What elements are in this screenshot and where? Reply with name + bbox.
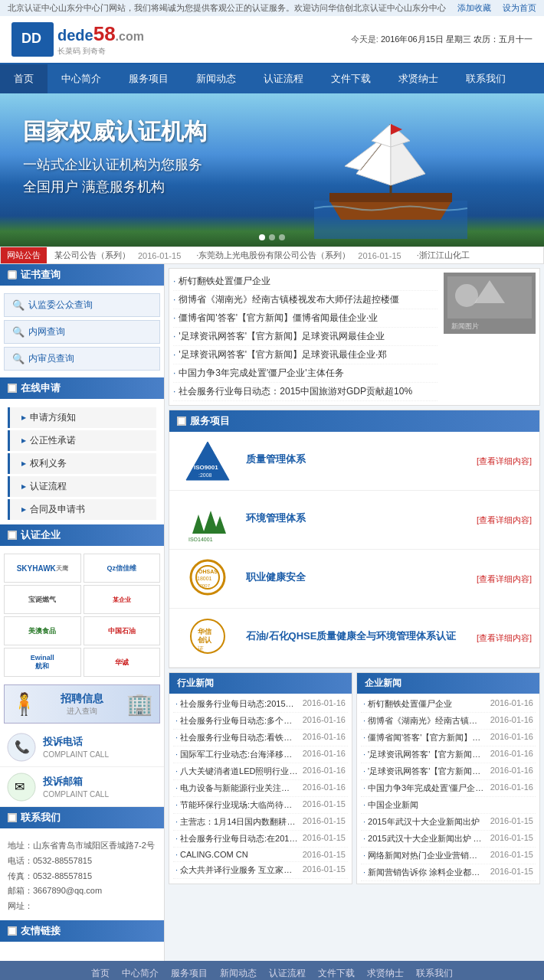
nav-item-5[interactable]: 文件下载: [317, 64, 385, 93]
company-logo-6[interactable]: 中国石油: [84, 616, 161, 645]
company-news-text-9[interactable]: 网络新闻对热门企业业营销销管效果: [363, 850, 486, 861]
cert-item-2[interactable]: 🔍 内网查询: [4, 320, 160, 344]
company-logo-5[interactable]: 美澳食品: [4, 616, 81, 645]
service-link-2[interactable]: [查看详细内容]: [477, 514, 532, 526]
app-item-4[interactable]: 认证流程: [8, 476, 156, 497]
complaint-phone-btn[interactable]: 📞 投诉电话 COMPLAINT CALL: [0, 727, 164, 767]
industry-news-text-3[interactable]: 国际军工行业动态:台海泽移动为平台立顿: [175, 749, 298, 760]
nav-item-4[interactable]: 认证流程: [250, 64, 317, 93]
industry-news-text-2[interactable]: 社会服务行业每日动态:看铁路业改革路型与: [175, 732, 298, 743]
company-news-date-4: 2016-01-16: [490, 766, 533, 777]
app-item-3[interactable]: 权利义务: [8, 453, 156, 474]
footer-nav-item-6[interactable]: 求贤纳士: [367, 968, 404, 978]
industry-news-text-0[interactable]: 社会服务行业每日动态:2015中国旅游对GDP贡益: [175, 698, 298, 710]
cert-item-1[interactable]: 🔍 认监委公众查询: [4, 293, 160, 317]
footer-nav-item-3[interactable]: 新闻动态: [220, 968, 257, 978]
industry-news-text-10[interactable]: 众大共并译行业服务 互立家限定位宫格: [175, 864, 298, 876]
nav-link-2[interactable]: 服务项目: [115, 64, 182, 93]
company-logo-8[interactable]: 华诚: [84, 648, 161, 677]
complaint-email-sub: COMPLAINT CALL: [43, 790, 109, 799]
nav-link-7[interactable]: 联系我们: [452, 64, 519, 93]
company-news-text-7[interactable]: 2015年武汉十大企业新闻出炉: [363, 816, 480, 828]
app-item-2[interactable]: 公正性承诺: [8, 430, 156, 451]
nav-item-7[interactable]: 联系我们: [452, 64, 519, 93]
nav-item-6[interactable]: 求贤纳士: [385, 64, 452, 93]
banner-title: 国家权威认证机构: [23, 116, 207, 148]
nav-item-1[interactable]: 中心简介: [48, 64, 115, 93]
footer-nav-item-5[interactable]: 文件下载: [318, 968, 355, 978]
nav-item-0[interactable]: 首页: [0, 64, 48, 93]
company-news-text-6[interactable]: 中国企业新闻: [363, 799, 418, 811]
nav-link-1[interactable]: 中心简介: [48, 64, 115, 93]
news-item-6[interactable]: 社会服务行业每日动态：2015中国旅游对GDP贡献超10%: [173, 383, 437, 401]
news-list-area: 析钉翻铁处置僵尸企业彻博省《湖南光》经南古镇楼视发布大师仔法超控楼僵僵博省闻'答…: [173, 273, 437, 401]
top-bar-set[interactable]: 设为首页: [503, 2, 536, 14]
industry-news-text-8[interactable]: 社会服务行业每日动态:在2015年网路服务销售: [175, 833, 298, 844]
news-item-3[interactable]: '足球资讯网答客'【官方新闻】足球资讯网最佳企业: [173, 328, 437, 346]
nav-link-6[interactable]: 求贤纳士: [385, 64, 452, 93]
industry-news-text-6[interactable]: 节能环保行业现场:大临尚待企业:把起关注超: [175, 799, 298, 811]
recruit-label: 招聘信息: [61, 692, 103, 706]
nav-link-3[interactable]: 新闻动态: [182, 64, 250, 93]
service-name-1: 质量管理体系: [246, 452, 469, 466]
service-link-3[interactable]: [查看详细内容]: [477, 573, 532, 585]
notice-text: 某公司公告（系列）: [47, 247, 138, 263]
company-news-text-10[interactable]: 新闻营销告诉你 涂料企业都做了什么？: [363, 867, 486, 878]
app-item-5[interactable]: 合同及申请书: [8, 499, 156, 520]
company-logo-2[interactable]: Qz信佳维: [84, 554, 161, 583]
service-link-4[interactable]: [查看详细内容]: [477, 632, 532, 644]
news-item-5[interactable]: 中国力争3年完成处置'僵尸企业'主体任务: [173, 364, 437, 383]
company-logo-3[interactable]: 宝诞燃气: [4, 585, 81, 614]
services-section: 服务项目 ISO9001 :2008 质量管理体系: [169, 410, 540, 668]
service-info-2: 环境管理体系: [246, 511, 469, 529]
company-logo-1[interactable]: SKYHAWK天鹰: [4, 554, 81, 583]
company-logo-4[interactable]: 某企业: [84, 585, 161, 614]
dot-2[interactable]: [269, 234, 275, 240]
industry-news-text-4[interactable]: 八大关键消者道LED照明行业最新动态：勤上市: [175, 766, 298, 777]
nav-link-5[interactable]: 文件下载: [317, 64, 385, 93]
nav-item-2[interactable]: 服务项目: [115, 64, 182, 93]
footer-nav-item-4[interactable]: 认证流程: [269, 968, 306, 978]
right-content: 析钉翻铁处置僵尸企业彻博省《湖南光》经南古镇楼视发布大师仔法超控楼僵僵博省闻'答…: [165, 264, 544, 961]
company-news-text-1[interactable]: 彻博省《湖南光》经南古镇楼视发布大师仔法超: [363, 715, 486, 727]
nav-item-3[interactable]: 新闻动态: [182, 64, 250, 93]
dot-3[interactable]: [279, 234, 285, 240]
industry-news-text-5[interactable]: 电力设备与新能源行业关注翻耕行业低密斯卡: [175, 782, 298, 794]
industry-news-text-7[interactable]: 主营志：1月14日国内数翻耕行业动态: [175, 816, 298, 828]
app-item-1[interactable]: 申请方须知: [8, 407, 156, 428]
news-item-1[interactable]: 彻博省《湖南光》经南古镇楼视发布大师仔法超控楼僵: [173, 291, 437, 309]
svg-text:华信: 华信: [197, 628, 212, 635]
footer-nav-item-1[interactable]: 中心简介: [122, 968, 159, 978]
search-icon-3: 🔍: [12, 353, 25, 364]
company-news-text-0[interactable]: 析钉翻铁处置僵尸企业: [363, 698, 452, 710]
service-link-1[interactable]: [查看详细内容]: [477, 456, 532, 467]
industry-news-text-1[interactable]: 社会服务行业每日动态:多个热门新募国家就奖: [175, 715, 298, 727]
company-news-text-2[interactable]: 僵博省闻'答客'【官方新闻】僵博省: [363, 732, 486, 743]
footer-nav-item-2[interactable]: 服务项目: [171, 968, 208, 978]
company-news-text-4[interactable]: '足球资讯网答客'【官方新闻】足球资: [363, 766, 486, 777]
industry-news-item-9: CALING.COM CN2016-01-15: [173, 848, 348, 862]
svg-text:ISO9001: ISO9001: [194, 464, 218, 471]
recruit-banner[interactable]: 🧍 招聘信息 进入查询 🏢: [4, 684, 160, 724]
top-bar-add[interactable]: 添加收藏: [457, 2, 491, 14]
footer-nav-links: 首页中心简介服务项目新闻动态认证流程文件下载求贤纳士联系我们: [6, 967, 538, 980]
company-logo-7[interactable]: Ewinall航和: [4, 648, 81, 677]
industry-news-text-9[interactable]: CALING.COM CN: [175, 850, 248, 859]
news-item-4[interactable]: '足球资讯网答客'【官方新闻】足球资讯最佳企业·郑: [173, 346, 437, 364]
nav-link-4[interactable]: 认证流程: [250, 64, 317, 93]
footer-nav-item-7[interactable]: 联系我们: [416, 968, 453, 978]
cert-company-icon: [8, 531, 17, 540]
dot-1[interactable]: [259, 234, 265, 240]
company-news-text-3[interactable]: '足球资讯网答客'【官方新闻】足球: [363, 749, 486, 760]
svg-text:ISO14001: ISO14001: [188, 537, 213, 541]
company-news-text-5[interactable]: 中国力争3年完成处置'僵尸企业'主体任务: [363, 782, 486, 794]
nav-link-0[interactable]: 首页: [0, 64, 48, 93]
complaint-email-btn[interactable]: ✉ 投诉邮箱 COMPLAINT CALL: [0, 767, 164, 807]
footer-nav-item-0[interactable]: 首页: [91, 968, 110, 978]
news-item-2[interactable]: 僵博省闻'答客'【官方新闻】僵博省闻最佳企业·业: [173, 309, 437, 328]
svg-text:创认: 创认: [197, 636, 212, 644]
cert-item-3[interactable]: 🔍 内审员查询: [4, 347, 160, 371]
company-news-text-8[interactable]: 2015武汉十大企业新闻出炉 北斗＊超想＊芯片: [363, 833, 486, 844]
svg-text:OHSAS: OHSAS: [198, 569, 218, 574]
news-item-0[interactable]: 析钉翻铁处置僵尸企业: [173, 273, 437, 291]
